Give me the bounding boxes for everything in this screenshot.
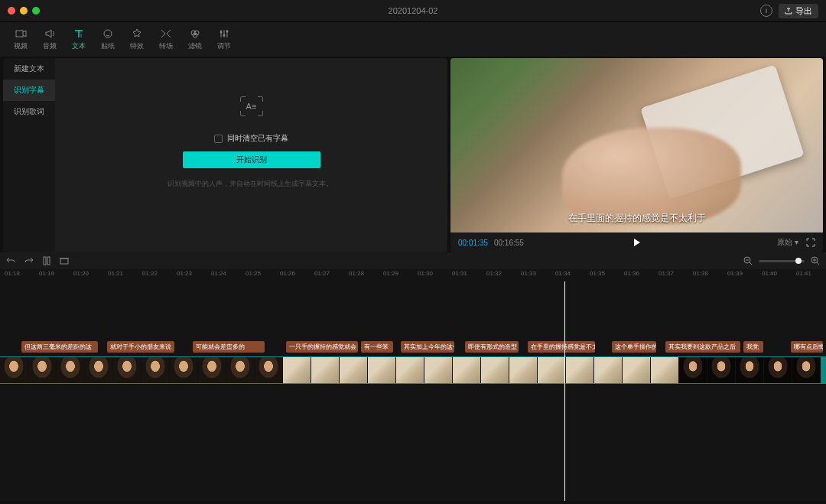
subtitle-clip[interactable]: 可能就会差蛮多的	[193, 341, 265, 353]
start-recognition-button[interactable]: 开始识别	[183, 151, 320, 168]
video-thumb[interactable]	[113, 357, 141, 383]
tool-filter[interactable]: 滤镜	[180, 28, 210, 51]
sticker-icon	[102, 28, 114, 40]
svg-text:I: I	[80, 33, 82, 38]
video-thumb[interactable]	[453, 357, 481, 383]
video-thumb[interactable]	[481, 357, 509, 383]
video-thumb[interactable]	[396, 357, 424, 383]
video-thumb[interactable]	[28, 357, 57, 383]
delete-button[interactable]	[60, 257, 69, 265]
zoom-in-icon	[811, 256, 820, 265]
subtitle-clip[interactable]: 就对于手小的朋友来说	[107, 341, 174, 353]
filter-icon	[189, 28, 201, 40]
video-thumb[interactable]	[707, 357, 736, 383]
subtitle-clip[interactable]: 即使有形式的造型	[465, 341, 519, 353]
aspect-ratio[interactable]: 原始 ▾	[777, 237, 798, 248]
zoom-slider[interactable]	[759, 260, 805, 262]
ruler-tick: 01:39	[727, 270, 743, 277]
media-toolbar: 视频音频I文本贴纸特效转场滤镜调节	[0, 21, 826, 57]
video-thumb[interactable]	[594, 357, 623, 383]
clear-subtitles-checkbox[interactable]	[214, 135, 223, 143]
subtitle-clip[interactable]: 其实我要到这款产品之后	[665, 341, 740, 353]
video-thumb[interactable]	[226, 357, 255, 383]
timeline-toolbar	[0, 252, 826, 269]
redo-button[interactable]	[24, 257, 34, 265]
subtitle-clip[interactable]: 哪有点后悔没	[791, 341, 823, 353]
video-thumb[interactable]	[0, 357, 28, 383]
subtitle-clip[interactable]: 其实加上今年的这个	[401, 341, 454, 353]
transition-icon	[160, 28, 172, 40]
video-thumb[interactable]	[424, 357, 453, 383]
ruler-tick: 01:19	[39, 270, 54, 277]
subtitle-clip[interactable]: 在手里的握持感觉是不太利于	[528, 341, 595, 353]
zoom-out-button[interactable]	[743, 256, 753, 265]
ruler-tick: 01:33	[521, 270, 536, 277]
export-label: 导出	[795, 5, 812, 17]
maximize-dot[interactable]	[32, 7, 40, 15]
svg-rect-11	[60, 259, 68, 264]
tool-fx[interactable]: 特效	[122, 28, 151, 51]
video-thumb[interactable]	[623, 357, 651, 383]
subtitle-clip[interactable]: 但这两三毫米的差距的这	[21, 341, 98, 353]
video-thumb[interactable]	[566, 357, 594, 383]
tool-text[interactable]: I文本	[64, 28, 93, 51]
fullscreen-icon[interactable]	[806, 238, 815, 247]
close-dot[interactable]	[8, 7, 15, 15]
split-button[interactable]	[43, 256, 50, 265]
asset-panel: 新建文本识别字幕识别歌词 A≡ 同时清空已有字幕 开始识别 识别视频中的人声，并…	[3, 58, 447, 252]
tool-sticker[interactable]: 贴纸	[93, 28, 122, 51]
playhead[interactable]	[564, 281, 565, 501]
zoom-in-button[interactable]	[811, 256, 820, 265]
subtitle-clip[interactable]: 这个单手操作的	[612, 341, 656, 353]
svg-point-6	[220, 31, 223, 34]
undo-button[interactable]	[6, 257, 15, 265]
tool-adjust[interactable]: 调节	[210, 28, 239, 51]
ruler-tick: 01:35	[590, 270, 605, 277]
video-thumb[interactable]	[311, 357, 340, 383]
svg-rect-9	[44, 257, 46, 265]
video-track	[0, 356, 826, 384]
sidetab[interactable]: 新建文本	[3, 58, 55, 80]
subtitle-clip[interactable]: 我觉	[743, 341, 763, 353]
sidetab[interactable]: 识别字幕	[3, 80, 55, 101]
video-thumb[interactable]	[85, 357, 113, 383]
video-thumb[interactable]	[141, 357, 170, 383]
ruler-tick: 01:29	[383, 270, 398, 277]
fx-icon	[131, 28, 143, 40]
subtitle-clip[interactable]: 一只手的握持的感觉就会	[286, 341, 358, 353]
tool-audio[interactable]: 音频	[35, 28, 64, 51]
ruler-tick: 01:30	[418, 270, 433, 277]
video-thumb[interactable]	[538, 357, 566, 383]
timeline-ruler[interactable]: 01:1801:1901:2001:2101:2201:2301:2401:25…	[0, 269, 826, 281]
ruler-tick: 01:18	[5, 270, 20, 277]
preview-viewport[interactable]: 在手里面的握持的感觉是不太利于	[450, 58, 823, 232]
tool-transition[interactable]: 转场	[151, 28, 180, 51]
ruler-tick: 01:40	[762, 270, 777, 277]
ruler-tick: 01:28	[349, 270, 364, 277]
video-thumb[interactable]	[283, 357, 311, 383]
video-thumb[interactable]	[255, 357, 283, 383]
video-thumb[interactable]	[792, 357, 821, 383]
video-thumb[interactable]	[651, 357, 679, 383]
ruler-tick: 01:24	[211, 270, 226, 277]
help-icon[interactable]: i	[760, 5, 772, 17]
video-thumb[interactable]	[198, 357, 226, 383]
sidetab[interactable]: 识别歌词	[3, 101, 55, 122]
timeline-tracks[interactable]: 但这两三毫米的差距的这就对于手小的朋友来说可能就会差蛮多的一只手的握持的感觉就会…	[0, 281, 826, 501]
preview-subtitle: 在手里面的握持的感觉是不太利于	[568, 212, 706, 225]
video-thumb[interactable]	[509, 357, 538, 383]
minimize-dot[interactable]	[20, 7, 28, 15]
play-button[interactable]	[633, 239, 641, 246]
video-thumb[interactable]	[764, 357, 792, 383]
video-thumb[interactable]	[679, 357, 707, 383]
video-thumb[interactable]	[340, 357, 368, 383]
ruler-tick: 01:34	[555, 270, 571, 277]
ruler-tick: 01:36	[624, 270, 639, 277]
export-button[interactable]: 导出	[779, 4, 818, 18]
video-thumb[interactable]	[736, 357, 764, 383]
video-thumb[interactable]	[57, 357, 85, 383]
video-thumb[interactable]	[368, 357, 396, 383]
subtitle-clip[interactable]: 有一些笨	[361, 341, 393, 353]
video-thumb[interactable]	[170, 357, 198, 383]
tool-video[interactable]: 视频	[6, 28, 35, 51]
